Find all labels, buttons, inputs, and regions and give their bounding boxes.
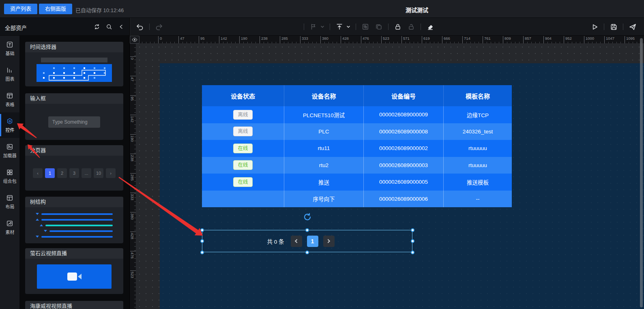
status-badge: 在线: [233, 160, 252, 170]
card-time-picker[interactable]: 时间选择器: [25, 42, 123, 86]
rail-item-layout[interactable]: 布局: [0, 189, 19, 215]
pagination-preview-button: ‹: [33, 168, 43, 178]
toolbar-divider: [356, 24, 356, 30]
chevron-down-icon[interactable]: [320, 25, 324, 29]
card-pagination[interactable]: 分页器 ‹123...10›: [25, 145, 123, 191]
time-picker-preview: [36, 57, 112, 82]
card-input[interactable]: 输入框 Type Something: [25, 93, 123, 140]
card-title: 树结构: [25, 197, 123, 207]
selection-handle[interactable]: [305, 228, 309, 232]
card-tree[interactable]: 树结构: [25, 197, 123, 243]
table-cell-template: rtuuuuu: [444, 157, 512, 174]
pagination-preview-button: ›: [106, 168, 116, 178]
toolbar-divider: [604, 24, 604, 30]
table-cell-code: 0000026089000002: [364, 140, 444, 157]
lock-icon[interactable]: [394, 23, 402, 31]
selection-handle[interactable]: [411, 239, 414, 243]
table-cell-status: 离线: [202, 106, 284, 123]
search-icon[interactable]: [105, 23, 113, 31]
card-title: 分页器: [25, 145, 123, 156]
table-cell-status: 在线: [202, 174, 284, 191]
table-cell-name: rtu2: [284, 157, 364, 174]
eraser-icon[interactable]: [426, 23, 434, 31]
flag-icon[interactable]: [309, 23, 318, 31]
table-row: 在线rtu20000026089000003rtuuuuu: [202, 157, 512, 174]
copy-icon[interactable]: [375, 23, 383, 31]
input-preview: Type Something: [48, 116, 100, 128]
rail-item-basic[interactable]: 基础: [0, 36, 19, 61]
selection-handle[interactable]: [411, 251, 414, 254]
next-page-button[interactable]: [323, 236, 335, 247]
toolbar-divider: [388, 24, 389, 30]
rail-item-materials[interactable]: 素材: [0, 215, 19, 240]
table-cell-status: 离线: [202, 123, 284, 140]
table-row: 在线rtu110000026089000002rtuuuuu: [202, 140, 512, 157]
play-icon[interactable]: [590, 23, 599, 31]
prev-page-button[interactable]: [291, 236, 302, 247]
card-title: 输入框: [25, 93, 123, 104]
save-icon[interactable]: [610, 23, 618, 31]
column-header: 设备名称: [284, 85, 364, 106]
selected-pagination-widget[interactable]: 共 0 条 1: [202, 230, 412, 252]
collapse-left-icon[interactable]: [117, 23, 125, 31]
topbar: 资产列表 右侧面版 已自动保存 10:12:46 测试测试: [0, 0, 644, 18]
table-cell-status: [202, 191, 284, 208]
table-cell-name: PLC: [284, 123, 364, 140]
selection-handle[interactable]: [305, 251, 309, 254]
rail-item-charts[interactable]: 图表: [0, 61, 19, 87]
right-panel-button[interactable]: 右侧面版: [39, 4, 72, 14]
table-cell-name: PLCNET510测试: [284, 106, 364, 123]
group-icon[interactable]: [361, 23, 369, 31]
page-title: 测试测试: [406, 6, 428, 14]
table-cell-name: rtu11: [284, 140, 364, 157]
component-category-rail: 基础 图表 表格 控件 加载器 组合包 布局 素材: [0, 36, 19, 309]
vertical-scrollbar[interactable]: [640, 38, 643, 307]
table-cell-template: rtuuuuu: [444, 140, 512, 157]
table-cell-code: 0000026089000009: [364, 106, 444, 123]
asset-panel-header: 全部资产: [0, 18, 130, 36]
card-video[interactable]: 萤石云视频直播: [25, 248, 123, 294]
pagination-preview-button: 2: [57, 168, 67, 178]
selection-handle[interactable]: [200, 251, 204, 254]
toolbar-divider: [330, 24, 330, 30]
eye-icon: [132, 37, 137, 42]
table-cell-template: 边缘TCP: [444, 106, 512, 123]
caret-up-icon: [40, 224, 43, 226]
selection-handle[interactable]: [411, 228, 414, 232]
refresh-icon[interactable]: [93, 23, 101, 31]
toolbar-divider: [304, 24, 304, 30]
card-partial[interactable]: 海康威视视频直播: [25, 301, 123, 309]
send-icon[interactable]: [629, 23, 637, 31]
selection-handle[interactable]: [200, 239, 204, 243]
card-title: 时间选择器: [25, 42, 123, 52]
ruler-eye-toggle[interactable]: [130, 36, 140, 44]
widget-refresh-icon[interactable]: [303, 212, 312, 221]
unlock-icon[interactable]: [407, 23, 415, 31]
video-camera-icon: [37, 264, 112, 289]
table-cell-template: 240326_test: [444, 123, 512, 140]
vertical-ruler: 04795142190238285333380428476523: [130, 44, 136, 309]
rail-item-tables[interactable]: 表格: [0, 87, 19, 112]
selection-handle[interactable]: [200, 228, 204, 232]
toolbar-divider: [149, 24, 150, 30]
chevron-down-icon[interactable]: [346, 25, 350, 29]
rail-item-loaders[interactable]: 加载器: [0, 138, 19, 163]
table-cell-name: 推送: [284, 174, 364, 191]
table-cell-code: 0000026089000008: [364, 123, 444, 140]
toolbar-divider: [421, 24, 421, 30]
pagination-total: 共 0 条: [267, 237, 284, 245]
current-page-button[interactable]: 1: [307, 236, 318, 247]
asset-list-button[interactable]: 资产列表: [4, 4, 37, 14]
align-top-icon[interactable]: [335, 23, 343, 31]
table-cell-status: 在线: [202, 140, 284, 157]
table-row: 在线推送0000026089000005推送模板: [202, 174, 512, 191]
undo-icon[interactable]: [136, 23, 144, 31]
rail-item-widgets[interactable]: 控件: [0, 112, 19, 138]
device-table[interactable]: 设备状态 设备名称 设备编号 模板名称 离线PLCNET510测试0000026…: [202, 85, 512, 207]
rail-item-packages[interactable]: 组合包: [0, 163, 19, 189]
redo-icon[interactable]: [155, 23, 163, 31]
table-row: 离线PLC0000026089000008240326_test: [202, 123, 512, 140]
device-table-header: 设备状态 设备名称 设备编号 模板名称: [202, 85, 512, 106]
card-title: 萤石云视频直播: [25, 248, 123, 259]
table-cell-template: --: [444, 191, 512, 208]
